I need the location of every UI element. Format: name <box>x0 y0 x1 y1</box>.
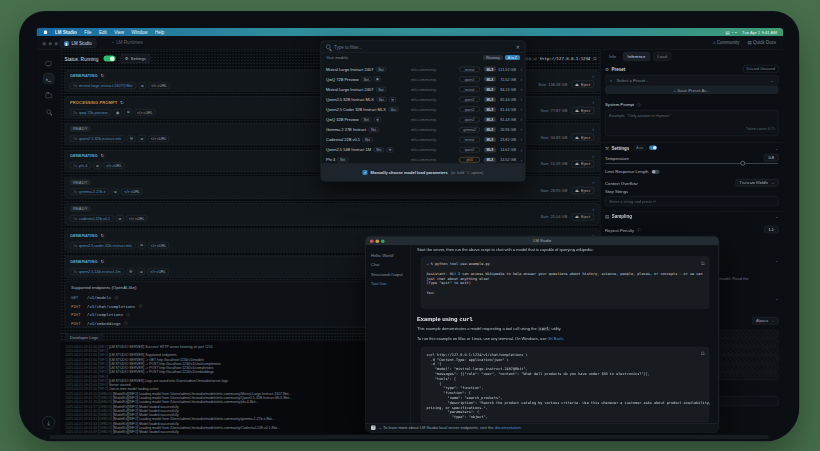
model-picker-row[interactable]: Mistral Large Instruct 2407 8bit mlx-com… <box>321 64 525 74</box>
copy-model-icon[interactable]: ⧉ <box>137 268 145 275</box>
docs-zoom-button[interactable] <box>381 239 385 243</box>
model-card[interactable]: READY › llxcodestral-22b-v0.1 ⧉ </> cURL… <box>65 203 600 225</box>
card-expand-chevron-icon[interactable]: › <box>592 99 594 105</box>
system-prompt-input[interactable]: Example, "Only answer in rhymes" <box>605 110 779 136</box>
section-collapse-chevron-icon[interactable]: ⌄ <box>775 296 779 301</box>
repeat-penalty-value[interactable]: 1.1 <box>764 226 779 234</box>
model-picker-row[interactable]: Qwen2.5 32B Instruct MLX 8bit ⚒ mlx-comm… <box>321 94 525 104</box>
git-bash-link[interactable]: Git Bash <box>548 337 563 342</box>
docs-nav-item[interactable]: Structured Output <box>371 270 411 280</box>
tab-inference[interactable]: Inference <box>623 52 650 61</box>
model-filter-input[interactable]: Type to filter... ✕ <box>321 41 525 53</box>
copy-model-icon[interactable]: ⧉ <box>138 82 146 89</box>
limit-response-toggle[interactable] <box>651 169 659 174</box>
copy-model-icon[interactable]: ⧉ <box>112 188 120 195</box>
copy-model-icon[interactable]: ⧉ <box>116 215 124 222</box>
docs-nav-item[interactable]: Chat <box>371 260 411 270</box>
server-toggle[interactable] <box>103 56 115 62</box>
menubar-status-icons[interactable]: ▤ ◔ ⌁ <box>725 30 737 35</box>
copy-url-icon[interactable]: ⧉ <box>593 56 596 62</box>
sampling-collapse-chevron-icon[interactable]: ⌄ <box>775 214 779 219</box>
eject-button[interactable]: ⏏Eject <box>571 81 594 88</box>
developer-logs-tab[interactable]: Developer Logs <box>65 334 104 342</box>
model-picker-row[interactable]: Mistral Large Instruct 2407 8bit mlx-com… <box>321 84 525 94</box>
documentation-link[interactable]: documentation <box>495 426 521 431</box>
card-expand-chevron-icon[interactable]: › <box>592 205 594 211</box>
menubar-clock[interactable]: Tue Apr 1 9:41 AM <box>742 30 777 35</box>
eject-button[interactable]: ⏏Eject <box>571 160 594 167</box>
model-identifier-pill[interactable]: llxcodestral-22b-v0.1 <box>70 215 114 222</box>
info-icon[interactable]: i <box>637 228 641 232</box>
eject-button[interactable]: ⏏Eject <box>571 187 594 194</box>
menu-window[interactable]: Window <box>131 30 147 35</box>
sidebar-chat-icon[interactable] <box>43 58 54 69</box>
model-picker-row[interactable]: Codestral 22B v0.1 8bit mlx-community mi… <box>321 135 525 145</box>
info-icon[interactable]: i <box>115 296 119 300</box>
stop-strings-input[interactable]: Enter a string and press ↵ <box>605 196 779 206</box>
card-expand-chevron-icon[interactable]: › <box>592 126 594 132</box>
manual-params-checkbox[interactable]: ✓ <box>363 170 368 175</box>
sidebar-models-folder-icon[interactable] <box>43 90 54 101</box>
download-indicator-icon[interactable]: ⤓ <box>42 416 55 429</box>
settings-auto-pill[interactable]: Auto <box>633 145 646 151</box>
docs-nav-item[interactable]: Tool Use <box>371 279 411 289</box>
apple-menu-icon[interactable] <box>44 30 48 35</box>
model-identifier-pill[interactable]: llxqwen2.5-32b-instruct-mlx <box>70 135 125 142</box>
curl-badge[interactable]: </> cURL <box>148 242 169 249</box>
copy-model-icon[interactable]: ⧉ <box>138 135 146 142</box>
sort-recency-pill[interactable]: Recency <box>483 55 503 60</box>
copy-code-icon[interactable]: ⧉ <box>701 260 705 266</box>
eject-button[interactable]: ⏏Eject <box>571 107 594 114</box>
menu-file[interactable]: File <box>84 30 91 35</box>
tab-info[interactable]: Info <box>605 53 620 61</box>
info-icon[interactable]: i <box>139 304 143 308</box>
info-icon[interactable]: i <box>637 103 641 107</box>
info-icon[interactable]: i <box>124 321 128 325</box>
copy-model-icon[interactable]: ⧉ <box>138 242 146 249</box>
menu-edit[interactable]: Edit <box>99 30 107 35</box>
model-picker-row[interactable]: Qwen2.5 Coder 32B Instruct MLX 8bit mlx-… <box>321 104 525 114</box>
app-tab[interactable]: ▮LM Studio <box>60 39 97 49</box>
copy-code-icon[interactable]: ⧉ <box>701 351 705 357</box>
slider-knob[interactable] <box>740 161 745 166</box>
server-settings-button[interactable]: ⚙Settings <box>120 54 150 63</box>
curl-badge[interactable]: </> cURL <box>135 109 156 116</box>
model-identifier-pill[interactable]: llxphi-4 <box>70 162 91 169</box>
curl-badge[interactable]: </> cURL <box>122 189 143 196</box>
menu-help[interactable]: Help <box>155 30 164 35</box>
model-identifier-pill[interactable]: llxgemma-2-27b-it <box>70 189 109 196</box>
docs-nav-item[interactable]: Hello, World! <box>371 251 411 261</box>
docs-window-titlebar[interactable]: LM Studio <box>366 237 719 246</box>
community-button[interactable]: ⌂ Community <box>713 40 740 45</box>
curl-badge[interactable]: </> cURL <box>148 268 169 275</box>
card-expand-chevron-icon[interactable]: › <box>592 152 594 158</box>
eject-button[interactable]: ⏏Eject <box>571 134 594 141</box>
model-picker-row[interactable]: QwQ 72B Preview 8bit ◉ mlx-community qwe… <box>321 74 525 84</box>
curl-badge[interactable]: </> cURL <box>104 162 125 169</box>
settings-toggle[interactable] <box>649 146 657 151</box>
quick-docs-button[interactable]: ▤ Quick Docs <box>747 40 776 45</box>
model-identifier-pill[interactable]: llxqwen2.5-14b-instruct-1m <box>70 268 124 275</box>
window-zoom-button[interactable] <box>55 42 59 46</box>
model-picker-row[interactable]: Gemma 2 27B Instruct 8bit mlx-community … <box>321 125 525 135</box>
close-picker-icon[interactable]: ✕ <box>516 44 520 50</box>
tab-load[interactable]: Load <box>653 52 671 61</box>
menu-lm-studio[interactable]: LM Studio <box>55 30 77 35</box>
prompt-template-select[interactable]: Alpaca⌄ <box>752 317 779 325</box>
curl-badge[interactable]: </> cURL <box>126 215 147 222</box>
sidebar-discover-icon[interactable] <box>43 106 54 117</box>
context-overflow-select[interactable]: Truncate Middle⌄ <box>736 179 779 187</box>
sort-az-pill[interactable]: A to Z <box>505 55 520 60</box>
settings-collapse-chevron-icon[interactable]: ⌄ <box>775 145 779 150</box>
model-identifier-pill[interactable]: llxmistral-large-instruct-2407@8bit <box>70 82 136 89</box>
preset-select[interactable]: ∨Select a Preset...⌄ <box>605 75 779 86</box>
server-url[interactable]: http://127.0.0.1:1234 <box>540 56 591 61</box>
sidebar-developer-icon[interactable]: ›_ <box>43 73 54 84</box>
window-minimize-button[interactable] <box>49 42 53 46</box>
temperature-slider[interactable] <box>605 163 779 164</box>
curl-badge[interactable]: </> cURL <box>149 82 170 89</box>
eject-button[interactable]: ⏏Eject <box>571 213 594 220</box>
model-picker-row[interactable]: Qwen2.5 14B Instruct 1M 8bit ⚒ mlx-commu… <box>321 145 525 155</box>
docs-close-button[interactable] <box>370 239 374 243</box>
discard-unsaved-button[interactable]: Discard Unsaved <box>743 65 779 73</box>
